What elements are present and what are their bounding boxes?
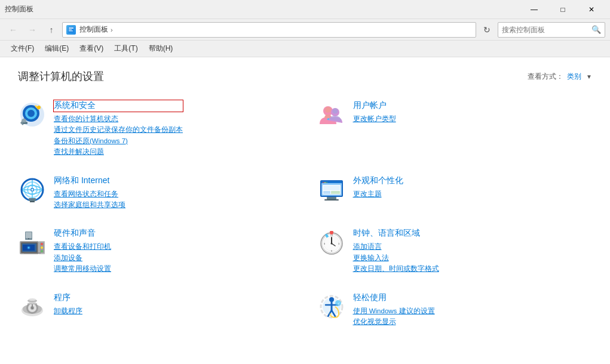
menu-help[interactable]: 帮助(H) — [144, 42, 178, 55]
svg-point-8 — [37, 106, 41, 109]
breadcrumb-home: 控制面板 — [79, 24, 108, 35]
appearance-icon — [317, 175, 346, 204]
clock-language-link[interactable]: 添加语言 — [353, 241, 439, 252]
svg-rect-26 — [30, 201, 35, 202]
nav-bar: ← → ↑ 控制面板 › ↻ 🔍 — [0, 19, 610, 41]
hardware-sound-icon — [18, 228, 47, 257]
svg-point-10 — [22, 119, 26, 122]
up-button[interactable]: ↑ — [43, 21, 60, 38]
menu-view[interactable]: 查看(V) — [75, 42, 108, 55]
main-content: 调整计算机的设置 查看方式： 类别 ▼ 系统和安全查看你的计算机状态通过文件历史… — [0, 57, 610, 364]
accessibility-title[interactable]: 轻松使用 — [353, 292, 435, 304]
view-mode-label: 查看方式： — [528, 72, 563, 82]
menu-tools[interactable]: 工具(T) — [109, 42, 142, 55]
user-accounts-icon — [317, 100, 346, 129]
hardware-sound-link[interactable]: 调整常用移动设置 — [54, 263, 111, 274]
svg-point-14 — [332, 109, 338, 114]
svg-rect-34 — [323, 186, 340, 190]
hardware-sound-link[interactable]: 添加设备 — [54, 252, 111, 263]
system-security-title[interactable]: 系统和安全 — [54, 100, 183, 112]
category-item-programs: 程序卸载程序 — [18, 290, 293, 330]
svg-rect-25 — [29, 198, 36, 201]
programs-content: 程序卸载程序 — [54, 292, 82, 316]
svg-point-24 — [32, 189, 33, 190]
accessibility-link[interactable]: 使用 Windows 建议的设置 — [353, 306, 435, 316]
category-item-system-security: 系统和安全查看你的计算机状态通过文件历史记录保存你的文件备份副本备份和还原(Wi… — [18, 98, 293, 160]
search-input[interactable] — [502, 26, 591, 34]
programs-icon — [18, 292, 47, 321]
address-icon — [66, 25, 76, 35]
svg-point-52 — [28, 238, 29, 239]
svg-point-46 — [41, 250, 43, 252]
clock-language-link[interactable]: 更改日期、时间或数字格式 — [353, 263, 439, 274]
search-box[interactable]: 🔍 — [498, 22, 605, 38]
system-security-link[interactable]: 备份和还原(Windows 7) — [54, 135, 183, 146]
svg-rect-36 — [331, 191, 340, 194]
appearance-content: 外观和个性化更改主题 — [353, 175, 403, 199]
svg-rect-16 — [327, 119, 329, 120]
accessibility-content: 轻松使用使用 Windows 建议的设置优化视觉显示 — [353, 292, 435, 328]
appearance-title[interactable]: 外观和个性化 — [353, 175, 403, 187]
search-button[interactable]: 🔍 — [591, 23, 601, 37]
category-item-accessibility: ✓ 轻松使用使用 Windows 建议的设置优化视觉显示 — [317, 290, 593, 330]
user-accounts-link[interactable]: 更改帐户类型 — [353, 113, 396, 124]
clock-language-link[interactable]: 更换输入法 — [353, 252, 439, 263]
minimize-button[interactable]: — — [520, 1, 548, 18]
system-security-link[interactable]: 通过文件历史记录保存你的文件备份副本 — [54, 124, 183, 135]
refresh-button[interactable]: ↻ — [479, 21, 495, 38]
svg-rect-64 — [330, 231, 333, 233]
menu-file[interactable]: 文件(F) — [6, 42, 39, 55]
svg-rect-38 — [324, 199, 339, 200]
svg-rect-3 — [69, 30, 73, 32]
items-grid: 系统和安全查看你的计算机状态通过文件历史记录保存你的文件备份副本备份和还原(Wi… — [18, 98, 592, 343]
maximize-button[interactable]: □ — [549, 1, 577, 18]
page-title: 调整计算机的设置 — [18, 69, 104, 84]
svg-rect-1 — [69, 27, 73, 29]
svg-rect-2 — [69, 29, 72, 30]
network-internet-icon — [18, 175, 47, 204]
clock-language-title[interactable]: 时钟、语言和区域 — [353, 228, 439, 239]
hardware-sound-link[interactable]: 查看设备和打印机 — [54, 241, 111, 252]
user-accounts-title[interactable]: 用户帐户 — [353, 100, 396, 112]
address-text: 控制面板 › — [79, 24, 113, 35]
svg-point-74 — [29, 298, 36, 301]
appearance-link[interactable]: 更改主题 — [353, 189, 403, 199]
svg-point-13 — [325, 107, 331, 113]
clock-language-content: 时钟、语言和区域添加语言更换输入法更改日期、时间或数字格式 — [353, 228, 439, 274]
hardware-sound-content: 硬件和声音查看设备和打印机添加设备调整常用移动设置 — [54, 228, 111, 274]
network-internet-title[interactable]: 网络和 Internet — [54, 175, 125, 187]
svg-rect-31 — [324, 182, 326, 183]
accessibility-icon: ✓ — [317, 292, 346, 321]
system-security-icon — [18, 100, 47, 129]
network-internet-link[interactable]: 选择家庭组和共享选项 — [54, 199, 125, 210]
svg-point-58 — [330, 243, 332, 245]
hardware-sound-title[interactable]: 硬件和声音 — [54, 228, 111, 239]
programs-title[interactable]: 程序 — [54, 292, 82, 304]
category-item-clock-language: 12 3 6 9 时钟、语言和区域添加语言更换输入法更改日期、时间或数字格式 — [317, 226, 593, 276]
menu-edit[interactable]: 编辑(E) — [40, 42, 73, 55]
clock-language-icon: 12 3 6 9 — [317, 228, 346, 257]
category-item-hardware-sound: 硬件和声音查看设备和打印机添加设备调整常用移动设置 — [18, 226, 293, 276]
svg-rect-71 — [27, 303, 37, 304]
system-security-link[interactable]: 查找并解决问题 — [54, 146, 183, 157]
back-button[interactable]: ← — [5, 21, 22, 38]
chevron-down-icon[interactable]: ▼ — [586, 73, 592, 80]
user-accounts-content: 用户帐户更改帐户类型 — [353, 100, 396, 124]
svg-point-44 — [41, 243, 43, 245]
address-bar[interactable]: 控制面板 › — [62, 22, 476, 38]
svg-text:✓: ✓ — [336, 301, 339, 305]
title-bar-controls: — □ ✕ — [520, 1, 605, 18]
programs-link[interactable]: 卸载程序 — [54, 306, 82, 316]
svg-point-45 — [41, 246, 43, 249]
category-item-appearance: 外观和个性化更改主题 — [317, 173, 593, 213]
forward-button[interactable]: → — [24, 21, 41, 38]
svg-rect-15 — [327, 118, 329, 119]
view-mode-value[interactable]: 类别 — [567, 72, 581, 82]
svg-rect-37 — [327, 197, 336, 199]
title-bar: 控制面板 — □ ✕ — [0, 0, 610, 19]
system-security-link[interactable]: 查看你的计算机状态 — [54, 113, 183, 124]
network-internet-link[interactable]: 查看网络状态和任务 — [54, 189, 125, 199]
accessibility-link[interactable]: 优化视觉显示 — [353, 316, 435, 327]
close-button[interactable]: ✕ — [578, 1, 605, 18]
address-separator: › — [111, 26, 113, 33]
